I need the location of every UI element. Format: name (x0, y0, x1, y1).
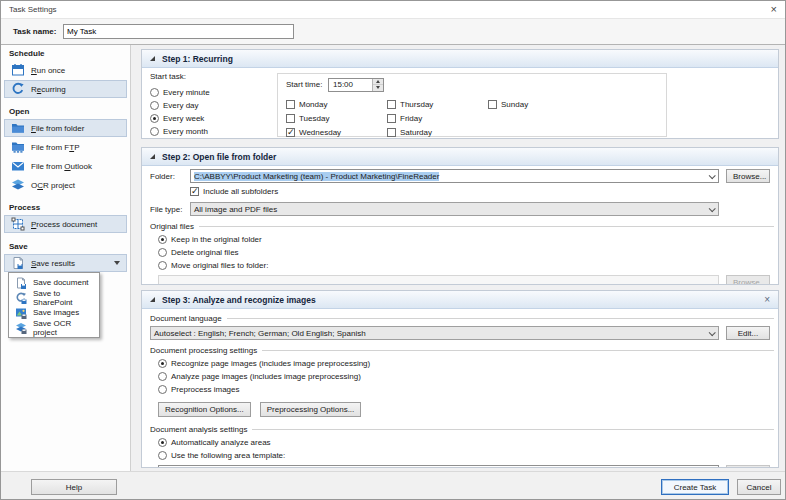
spinner-down-icon[interactable] (373, 85, 383, 91)
browse-folder-button[interactable]: Browse... (726, 169, 770, 183)
file-type-label: File type: (150, 205, 190, 214)
edit-language-button[interactable]: Edit... (726, 326, 770, 340)
radio-analyze-pages[interactable]: Analyze page images (includes image prep… (158, 370, 770, 383)
radio-label: Recognize page images (includes image pr… (171, 359, 370, 368)
radio-delete-original[interactable]: Delete original files (158, 246, 770, 259)
sidebar-item-ocr-project[interactable]: OCR project (4, 176, 127, 194)
checkbox-friday[interactable]: Friday (387, 111, 488, 125)
radio-every-month[interactable]: Every month (150, 125, 277, 138)
radio-label: Use the following area template: (171, 451, 285, 460)
checkbox-saturday[interactable]: Saturday (387, 125, 488, 139)
radio-move-original[interactable]: Move original files to folder: (158, 259, 770, 272)
area-template-combo[interactable] (158, 465, 719, 468)
radio-icon (158, 385, 167, 394)
sidebar-section-schedule: Schedule (9, 49, 122, 59)
sidebar: Schedule Run once Recurring Open File fr… (1, 45, 131, 471)
radio-icon (150, 88, 159, 97)
language-combo[interactable]: Autoselect : English; French; German; Ol… (150, 326, 719, 340)
step2-title: Step 2: Open file from folder (162, 152, 276, 162)
checkbox-tuesday[interactable]: Tuesday (286, 111, 387, 125)
chevron-down-icon (709, 172, 716, 179)
sidebar-item-label: OCR project (31, 181, 75, 190)
checkbox-monday[interactable]: Monday (286, 97, 387, 111)
move-folder-input (158, 275, 719, 285)
menu-item-save-ocr-project[interactable]: Save OCR project (9, 320, 99, 335)
radio-every-minute[interactable]: Every minute (150, 86, 277, 99)
radio-label: Every minute (163, 88, 210, 97)
step2-panel: Step 2: Open file from folder Folder: C:… (141, 147, 779, 285)
envelope-icon (11, 159, 25, 173)
radio-preprocess-images[interactable]: Preprocess images (158, 383, 770, 396)
language-value: Autoselect : English; French; German; Ol… (154, 329, 366, 338)
step3-header[interactable]: Step 3: Analyze and recognize images × (142, 291, 778, 309)
radio-keep-original[interactable]: Keep in the original folder (158, 233, 770, 246)
folder-combo[interactable]: C:\ABBYY\Product Marketing (team) - Prod… (190, 169, 719, 183)
sidebar-item-file-from-outlook[interactable]: File from Outlook (4, 157, 127, 175)
radio-every-day[interactable]: Every day (150, 99, 277, 112)
checkbox-thursday[interactable]: Thursday (387, 97, 488, 111)
preprocessing-options-button[interactable]: Preprocessing Options... (260, 402, 362, 417)
step3-panel: Step 3: Analyze and recognize images × D… (141, 290, 779, 468)
step1-panel: Step 1: Recurring Start task: Every minu… (141, 49, 779, 139)
process-grid-icon (11, 217, 25, 231)
collapse-triangle-icon (150, 56, 155, 61)
step2-header[interactable]: Step 2: Open file from folder (142, 148, 778, 166)
close-icon[interactable]: × (771, 4, 777, 15)
radio-label: Keep in the original folder (171, 235, 262, 244)
collapse-triangle-icon (150, 297, 155, 302)
folder-label: Folder: (150, 172, 190, 181)
radio-label: Move original files to folder: (171, 261, 268, 270)
sidebar-item-label: File from folder (31, 124, 84, 133)
file-type-value: All image and PDF files (194, 205, 277, 214)
radio-recognize-pages[interactable]: Recognize page images (includes image pr… (158, 357, 770, 370)
group-divider (262, 350, 774, 351)
checkbox-wednesday[interactable]: Wednesday (286, 125, 387, 139)
radio-icon (158, 451, 167, 460)
sidebar-item-process-document[interactable]: Process document (4, 215, 127, 233)
title-bar: Task Settings × (1, 1, 785, 19)
radio-auto-analyze[interactable]: Automatically analyze areas (158, 436, 770, 449)
task-name-input[interactable] (63, 24, 294, 39)
folder-ftp-icon (11, 140, 25, 154)
checkbox-label: Thursday (400, 100, 433, 109)
checkbox-include-subfolders[interactable]: Include all subfolders (190, 185, 278, 198)
step1-header[interactable]: Step 1: Recurring (142, 50, 778, 68)
menu-item-save-to-sharepoint[interactable]: Save to SharePoint (9, 290, 99, 305)
save-results-icon (11, 256, 25, 270)
sidebar-item-file-from-ftp[interactable]: File from FTP (4, 138, 127, 156)
help-button[interactable]: Help (31, 479, 117, 495)
folder-icon (11, 121, 25, 135)
checkbox-icon (286, 128, 295, 137)
radio-icon (150, 127, 159, 136)
step3-close-icon[interactable]: × (764, 295, 770, 305)
radio-icon (158, 235, 167, 244)
radio-icon (158, 372, 167, 381)
sidebar-item-file-from-folder[interactable]: File from folder (4, 119, 127, 137)
radio-icon (150, 114, 159, 123)
browse-move-folder-button: Browse... (726, 275, 770, 285)
checkbox-icon (190, 187, 199, 196)
chevron-down-icon (709, 205, 716, 212)
step3-title: Step 3: Analyze and recognize images (162, 295, 316, 305)
original-files-label: Original files (150, 222, 194, 231)
sidebar-section-open: Open (9, 107, 122, 117)
sidebar-item-label: Run once (31, 66, 65, 75)
start-time-label: Start time: (286, 80, 328, 89)
radio-icon (158, 248, 167, 257)
radio-use-template[interactable]: Use the following area template: (158, 449, 770, 462)
steps-area: Step 1: Recurring Start task: Every minu… (131, 45, 785, 471)
create-task-button[interactable]: Create Task (661, 479, 729, 495)
sidebar-item-run-once[interactable]: Run once (4, 61, 127, 79)
sidebar-item-save-results[interactable]: Save results (4, 254, 127, 272)
sidebar-item-recurring[interactable]: Recurring (4, 80, 127, 98)
radio-every-week[interactable]: Every week (150, 112, 277, 125)
task-name-label: Task name: (13, 27, 59, 36)
cancel-button[interactable]: Cancel (737, 479, 781, 495)
menu-item-label: Save OCR project (33, 319, 93, 337)
start-time-spinner[interactable]: 15:00 (328, 78, 384, 92)
recognition-options-button[interactable]: Recognition Options... (158, 402, 251, 417)
menu-item-label: Save to SharePoint (33, 289, 93, 307)
checkbox-icon (488, 100, 497, 109)
file-type-combo[interactable]: All image and PDF files (190, 202, 719, 216)
checkbox-sunday[interactable]: Sunday (488, 97, 589, 111)
